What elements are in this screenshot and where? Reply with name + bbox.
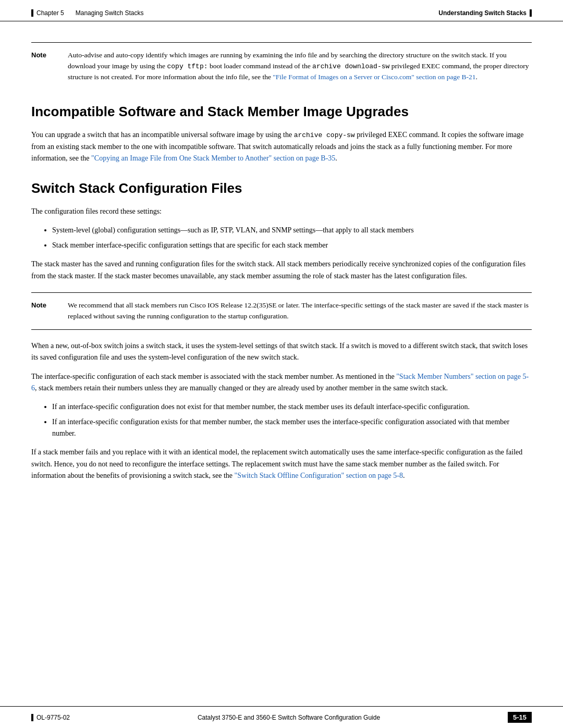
section2-bullet-list: System-level (global) configuration sett… <box>52 225 532 251</box>
section1-heading: Incompatible Software and Stack Member I… <box>31 104 532 120</box>
main-content: Note Auto-advise and auto-copy identify … <box>0 21 563 521</box>
page-header: Chapter 5 Managing Switch Stacks Underst… <box>0 0 563 21</box>
header-right: Understanding Switch Stacks <box>438 9 532 17</box>
note-text-2: We recommend that all stack members run … <box>68 300 532 322</box>
header-chapter-title: Managing Switch Stacks <box>76 9 144 17</box>
footer-center: Catalyst 3750-E and 3560-E Switch Softwa… <box>198 714 380 721</box>
section2-heading: Switch Stack Configuration Files <box>31 180 532 196</box>
list-item: If an interface-specific configuration d… <box>52 401 532 413</box>
list-item: If an interface-specific configuration e… <box>52 416 532 440</box>
footer-doc-id: OL-9775-02 <box>36 714 70 721</box>
header-bar-icon <box>31 9 33 17</box>
section2-link1[interactable]: "Stack Member Numbers" section on page 5… <box>31 373 529 392</box>
header-right-title: Understanding Switch Stacks <box>438 9 527 17</box>
section2-body2: When a new, out-of-box switch joins a sw… <box>31 340 532 364</box>
header-right-bar-icon <box>530 9 532 17</box>
section1-body: You can upgrade a switch that has an inc… <box>31 129 532 165</box>
header-chapter-label: Chapter 5 <box>36 9 64 17</box>
code-archive-copy-sw: archive copy-sw <box>294 131 355 139</box>
header-left: Chapter 5 Managing Switch Stacks <box>31 9 143 17</box>
note1-link[interactable]: "File Format of Images on a Server or Ci… <box>273 73 475 81</box>
code-archive-download: archive download-sw <box>312 63 389 70</box>
section2-body4: If a stack member fails and you replace … <box>31 447 532 482</box>
section2-intro: The configuration files record these set… <box>31 206 532 217</box>
note-label-2: Note <box>31 300 57 322</box>
section2-bullet-list-2: If an interface-specific configuration d… <box>52 401 532 439</box>
section2-body3: The interface-specific configuration of … <box>31 371 532 394</box>
list-item: Stack member interface-specific configur… <box>52 240 532 251</box>
page-footer: OL-9775-02 Catalyst 3750-E and 3560-E Sw… <box>0 706 563 728</box>
note-label-1: Note <box>31 50 57 83</box>
note-block-1: Note Auto-advise and auto-copy identify … <box>31 42 532 88</box>
note-block-2: Note We recommend that all stack members… <box>31 292 532 330</box>
section1-link[interactable]: "Copying an Image File from One Stack Me… <box>91 154 335 162</box>
section2-body1: The stack master has the saved and runni… <box>31 258 532 282</box>
footer-page-num: 5-15 <box>508 712 532 723</box>
footer-bar-icon <box>31 714 33 721</box>
note-text-1: Auto-advise and auto-copy identify which… <box>68 50 532 83</box>
section2-link2[interactable]: "Switch Stack Offline Configuration" sec… <box>235 472 403 479</box>
list-item: System-level (global) configuration sett… <box>52 225 532 236</box>
code-copy-tftp: copy tftp: <box>167 63 207 70</box>
footer-left: OL-9775-02 <box>31 714 70 721</box>
